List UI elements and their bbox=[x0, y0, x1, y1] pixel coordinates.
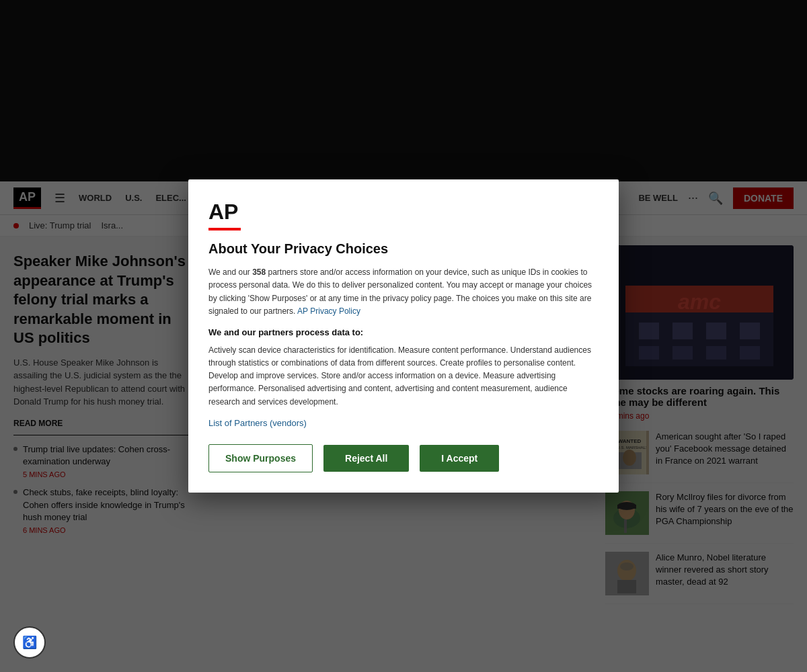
modal-body-intro: We and our bbox=[208, 267, 252, 277]
reject-all-button[interactable]: Reject All bbox=[323, 445, 409, 472]
modal-red-line bbox=[208, 228, 241, 230]
partner-count: 358 bbox=[252, 267, 266, 277]
privacy-modal: AP About Your Privacy Choices We and our… bbox=[188, 179, 619, 493]
modal-title: About Your Privacy Choices bbox=[208, 241, 599, 257]
modal-ap-logo: AP bbox=[208, 200, 238, 224]
partners-link[interactable]: List of Partners (vendors) bbox=[208, 418, 599, 428]
modal-process-heading: We and our partners process data to: bbox=[208, 327, 599, 337]
show-purposes-button[interactable]: Show Purposes bbox=[208, 444, 313, 472]
i-accept-button[interactable]: I Accept bbox=[420, 445, 499, 472]
modal-process-text: Actively scan device characteristics for… bbox=[208, 344, 599, 409]
privacy-policy-link[interactable]: AP Privacy Policy bbox=[297, 306, 360, 316]
modal-body-text: We and our 358 partners store and/or acc… bbox=[208, 266, 599, 318]
privacy-modal-overlay: AP About Your Privacy Choices We and our… bbox=[0, 0, 807, 672]
modal-buttons: Show Purposes Reject All I Accept bbox=[208, 444, 599, 472]
modal-body-main: partners store and/or access information… bbox=[208, 267, 592, 316]
